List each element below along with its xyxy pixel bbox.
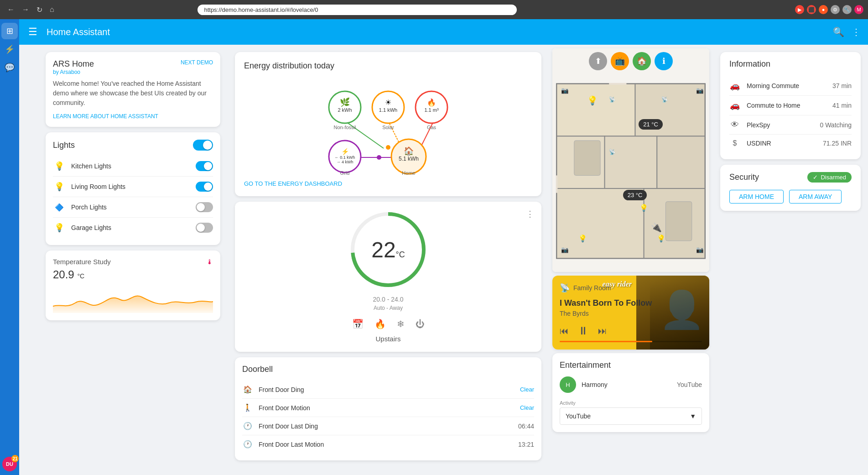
arm-home-button[interactable]: ARM HOME (729, 190, 784, 204)
nonfossil-icon: 🌿 (340, 97, 350, 107)
ars-home-subtitle[interactable]: by Arsaboo (53, 69, 94, 75)
temp-graph (53, 286, 213, 313)
user-avatar-browser[interactable]: M (854, 5, 863, 14)
app-shell: ⊞ ⚡ 💬 21 DU ☰ Home Assistant 🔍 ⋮ (0, 19, 868, 475)
refresh-button[interactable]: ↻ (34, 4, 45, 16)
home-value: 5.1 kWh (399, 156, 419, 162)
menu-button[interactable]: ☰ (26, 24, 39, 40)
browser-chrome: ← → ↻ ⌂ https://demo.home-assistant.io/#… (0, 0, 868, 19)
notification-badge: 21 (11, 455, 19, 462)
doorbell-item-1: 🚶 Front Door Motion Clear (242, 399, 534, 417)
go-dashboard-link[interactable]: GO TO THE ENERGY DASHBOARD (244, 180, 342, 187)
kitchen-light-toggle[interactable] (196, 161, 213, 171)
dashboard-icon: ⊞ (6, 26, 13, 36)
learn-more-link[interactable]: LEARN MORE ABOUT HOME ASSISTANT (53, 113, 158, 120)
main-content: ARS Home by Arsaboo NEXT DEMO Welcome ho… (38, 45, 868, 475)
fp-media-icon[interactable]: 📺 (611, 52, 629, 70)
browser-ext-1[interactable]: ▶ (795, 5, 804, 14)
sidebar-item-chat[interactable]: 💬 (1, 59, 18, 76)
garage-light-toggle[interactable] (196, 223, 213, 233)
thermostat-dial: 22°C (349, 211, 427, 288)
fp-away-icon[interactable]: ⬆ (589, 52, 607, 70)
fp-info-icon[interactable]: ℹ (655, 52, 673, 70)
eye-icon: 👁 (729, 120, 740, 130)
garage-light-icon: 💡 (53, 221, 66, 234)
forward-button[interactable]: → (19, 4, 32, 16)
ars-home-card: ARS Home by Arsaboo NEXT DEMO Welcome ho… (46, 52, 220, 127)
back-button[interactable]: ← (5, 4, 17, 16)
thermostat-card: ⋮ 22°C 20.0 - 24.0 (235, 202, 541, 352)
thermostat-fan-btn[interactable]: ❄ (397, 318, 405, 329)
temp-number: 20.9 (53, 268, 74, 281)
music-track-title: I Wasn't Born To Follow (560, 298, 702, 308)
activity-label: Activity (560, 400, 702, 406)
light-icon-2: 💡 (639, 204, 649, 212)
camera-icon-4: 📷 (696, 246, 704, 254)
motion-icon-3: 📡 (609, 149, 616, 155)
activity-select[interactable]: YouTube ▼ (560, 407, 702, 425)
address-bar[interactable]: https://demo.home-assistant.io/#/lovelac… (198, 5, 517, 15)
gas-value: 1.1 m³ (424, 107, 439, 113)
nonfossil-value: 2 kWh (338, 107, 352, 113)
music-prev-button[interactable]: ⏮ (560, 326, 569, 336)
light-icon-1: 💡 (587, 95, 598, 106)
solar-label: Solar (382, 125, 394, 130)
front-door-last-motion-label: Front Door Last Motion (259, 441, 513, 448)
music-next-button[interactable]: ⏭ (598, 326, 607, 336)
room-4 (605, 136, 657, 188)
porch-light-toggle[interactable] (196, 202, 213, 212)
morning-commute-value: 37 min (832, 82, 852, 89)
browser-ext-5[interactable]: 🔧 (842, 5, 852, 14)
front-door-ding-clear[interactable]: Clear (520, 386, 534, 393)
fp-home-icon[interactable]: 🏠 (633, 52, 651, 70)
front-door-motion-clear[interactable]: Clear (520, 404, 534, 411)
thermometer-icon: 🌡 (206, 258, 213, 266)
home-button[interactable]: ⌂ (47, 4, 57, 16)
camera-icon-3: 📷 (561, 246, 569, 254)
search-button[interactable]: 🔍 (833, 26, 844, 37)
doorbell-last-motion-icon: 🕐 (242, 440, 253, 449)
car-icon-1: 🚗 (729, 81, 740, 91)
thermostat-more-button[interactable]: ⋮ (526, 209, 534, 219)
front-door-last-motion-value: 13:21 (518, 441, 534, 448)
browser-ext-4[interactable]: ⚙ (831, 5, 840, 14)
thermostat-power-btn[interactable]: ⏻ (416, 318, 425, 329)
nonfossil-label: Non-fossil (334, 125, 356, 130)
thermostat-schedule-btn[interactable]: 📅 (352, 318, 364, 329)
floorplan-svg: 📷 📷 📷 📷 📡 📡 📡 💡 💡 💡 (552, 48, 709, 272)
light-item-living: 💡 Living Room Lights (53, 177, 213, 197)
arm-away-button[interactable]: ARM AWAY (789, 190, 842, 204)
sidebar-item-lightning[interactable]: ⚡ (1, 41, 18, 57)
check-icon: ✓ (813, 174, 818, 181)
gas-label: Gas (427, 125, 437, 130)
living-light-toggle[interactable] (196, 182, 213, 192)
temp-card-title: Temperature Study (53, 258, 111, 266)
floorplan-card: ⬆ 📺 🏠 ℹ (552, 48, 709, 272)
plexspy-label: PlexSpy (747, 121, 813, 129)
entertainment-card: Entertainment H Harmony YouTube Activity… (552, 353, 709, 432)
browser-ext-3[interactable]: ● (819, 5, 828, 14)
disarmed-status: Disarmed (821, 174, 846, 181)
app-header: ☰ Home Assistant 🔍 ⋮ (19, 19, 868, 45)
lights-master-toggle[interactable] (193, 140, 213, 151)
ars-home-title: ARS Home (53, 59, 94, 69)
browser-ext-2[interactable]: ⬛ (807, 5, 816, 14)
thermostat-flame-btn[interactable]: 🔥 (374, 318, 386, 329)
grid-value2: → 4 kWh (336, 160, 353, 164)
temp-title: Temperature Study 🌡 (53, 258, 213, 266)
lights-card: Lights 💡 Kitchen Lights 💡 Living Room Li… (46, 132, 220, 245)
security-header: Security ✓ Disarmed (729, 172, 852, 183)
temp-graph-svg (53, 286, 213, 313)
porch-light-name: Porch Lights (71, 204, 190, 211)
music-pause-button[interactable]: ⏸ (578, 324, 589, 337)
plexspy-value: 0 Watching (820, 121, 852, 129)
activity-select-wrapper: Activity YouTube ▼ (560, 400, 702, 425)
thermostat-mode: Auto - Away (244, 305, 532, 311)
left-column: ARS Home by Arsaboo NEXT DEMO Welcome ho… (38, 45, 228, 475)
sidebar-item-dashboard[interactable]: ⊞ (1, 23, 18, 39)
more-button[interactable]: ⋮ (852, 26, 861, 37)
temperature-card: Temperature Study 🌡 20.9 °C (46, 251, 220, 320)
next-demo-button[interactable]: NEXT DEMO (181, 59, 213, 66)
user-avatar[interactable]: 21 DU (2, 457, 17, 471)
chevron-down-icon: ▼ (690, 412, 696, 420)
